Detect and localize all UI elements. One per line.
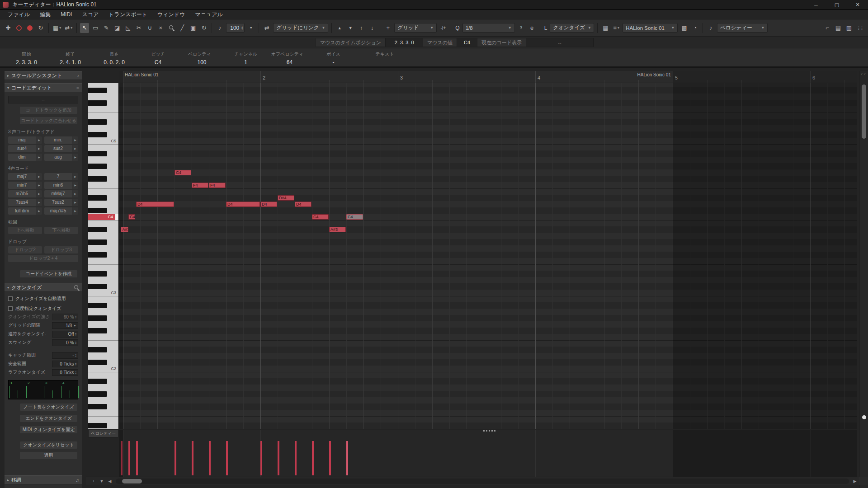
midi-note[interactable]: C4 [128, 214, 135, 220]
hscroll-track[interactable] [116, 479, 849, 484]
chord-button-maj7[interactable]: maj7 [8, 173, 36, 180]
piano-key-black[interactable] [88, 284, 107, 289]
zoom-preset-buttons[interactable]: ⌐⌐ [859, 71, 868, 76]
midi-note[interactable]: D#4 [278, 195, 294, 201]
param-value[interactable]: 0 Ticks▴▾ [52, 361, 78, 367]
add-controller-lane-button[interactable]: + [90, 478, 98, 484]
quantize-apply-button[interactable]: 適用 [20, 452, 77, 459]
pin-tool-button[interactable]: ✚ [4, 23, 13, 33]
chord-button-aug[interactable]: aug [44, 154, 72, 161]
menu-item-3[interactable]: スコア [77, 10, 104, 19]
note-info-col-0[interactable]: 開始2. 3. 3. 0 [5, 48, 48, 66]
menu-item-0[interactable]: ファイル [3, 10, 35, 19]
note-grid[interactable]: A#3C4D4G4F4F4D4D4D#4D4C4A#3C4 [119, 83, 857, 429]
scroll-right-button[interactable]: ▶ [851, 478, 859, 484]
param-value[interactable]: 1/8▼ [52, 322, 78, 329]
timeline-ruler[interactable]: 23456HALion Sonic 01HALion Sonic 01 [119, 71, 857, 83]
dotted-button[interactable]: e [528, 23, 537, 33]
nudge-down-button[interactable]: ▼ [346, 23, 355, 33]
velocity-bar[interactable] [226, 441, 228, 475]
independent-loop-button[interactable]: ↻ [199, 23, 208, 33]
chord-arrow-button[interactable]: ▶ [72, 207, 78, 215]
section-transpose[interactable]: ▸ 移調 ♫ [5, 475, 82, 484]
chord-arrow-button[interactable]: ▶ [36, 136, 42, 144]
param-value[interactable]: 0 %▴▾ [52, 339, 78, 346]
maximize-button[interactable]: ▢ [826, 0, 847, 9]
midi-note[interactable]: F4 [192, 183, 208, 188]
chord-button-7[interactable]: 7 [44, 173, 72, 180]
mute-tool[interactable]: × [156, 23, 165, 33]
midi-note[interactable]: D4 [260, 202, 277, 207]
chord-button-mMaj7[interactable]: mMaj7 [44, 190, 72, 197]
inversion-button[interactable]: 上へ移動 [8, 227, 42, 234]
time-warp-button[interactable]: ▣ [189, 23, 198, 33]
chord-button-min7[interactable]: min7 [8, 182, 36, 189]
chord-button-full dim[interactable]: full dim [8, 207, 36, 215]
draw-tool[interactable]: ✎ [102, 23, 111, 33]
layout-setup-button[interactable]: ▥ [844, 23, 854, 33]
velocity-bar[interactable] [128, 441, 130, 475]
auto-select-controllers-button[interactable]: ▦▾ [52, 23, 62, 33]
velocity-bar[interactable] [192, 441, 193, 475]
erase-tool[interactable]: ◪ [113, 23, 122, 33]
chord-button-m7/b5[interactable]: m7/b5 [8, 190, 36, 197]
inversion-button[interactable]: 下へ移動 [44, 227, 78, 234]
nudge-up-button[interactable]: ▲ [335, 23, 344, 33]
piano-keyboard[interactable]: C2C3C4C5 [88, 83, 119, 429]
piano-key-black[interactable] [88, 227, 107, 232]
checkbox[interactable] [8, 306, 13, 311]
midi-note[interactable]: A#3 [329, 227, 346, 232]
line-tool[interactable]: ╱ [178, 23, 187, 33]
stepper-icon[interactable]: ▴▾ [241, 26, 243, 30]
section-quantize[interactable]: ▾ クオンタイズ [5, 283, 82, 292]
open-in-window-button[interactable]: ⌐ [823, 23, 832, 33]
relative-grid-button[interactable]: -|+ [439, 23, 448, 33]
link-grid-icon[interactable]: ⇄ [262, 23, 271, 33]
chord-arrow-button[interactable]: ▶ [72, 145, 78, 152]
part-editing-mode-button[interactable]: ⇄▾ [64, 23, 73, 33]
menu-item-2[interactable]: MIDI [56, 10, 77, 19]
stepper-icon[interactable]: ▴▾ [75, 315, 76, 319]
range-selection-tool[interactable]: ▭ [91, 23, 100, 33]
edited-part-dropdown[interactable]: HALion Sonic 01▼ [623, 23, 678, 33]
length-quantize-dropdown[interactable]: クオンタイズ▼ [550, 23, 594, 33]
quantize-option-button[interactable]: ノート長をクオンタイズ [20, 404, 77, 411]
velocity-bar[interactable] [278, 441, 279, 475]
velocity-bar[interactable] [346, 441, 348, 475]
loop-button[interactable]: ↻ [36, 23, 45, 33]
piano-key-black[interactable] [88, 379, 107, 384]
piano-key-black[interactable] [88, 164, 107, 169]
grid-type-dropdown[interactable]: グリッド▼ [394, 23, 437, 33]
piano-key-black[interactable] [88, 151, 107, 156]
param-value[interactable]: -▴▾ [52, 352, 78, 359]
event-colors-dropdown[interactable]: ベロシティー▼ [717, 23, 768, 33]
midi-note[interactable]: C4 [312, 214, 329, 220]
chord-button-7sus4[interactable]: 7sus4 [8, 199, 36, 206]
velocity-lane-label[interactable]: ベロシティー [88, 430, 118, 437]
piano-key-black[interactable] [88, 239, 107, 245]
chord-arrow-button[interactable]: ▶ [36, 199, 42, 206]
lane-setup-button[interactable]: ≡▾ [612, 23, 621, 33]
param-value[interactable]: 60 %▴▾ [52, 314, 78, 320]
chord-arrow-button[interactable]: ▶ [36, 182, 42, 189]
insert-velocity-menu-button[interactable]: ▾ [246, 23, 255, 33]
note-info-col-8[interactable]: テキスト [355, 48, 414, 66]
close-button[interactable]: ✕ [847, 0, 868, 9]
note-info-col-6[interactable]: オフベロシティー64 [268, 48, 311, 66]
drop-2-4-button[interactable]: ドロップ2 + 4 [8, 255, 78, 262]
quantize-reset-button[interactable]: クオンタイズをリセット [20, 441, 77, 449]
layout-left-zone-button[interactable]: ▤ [834, 23, 843, 33]
piano-key-black[interactable] [88, 423, 107, 428]
chord-arrow-button[interactable]: ▶ [72, 136, 78, 144]
piano-key-black[interactable] [88, 176, 107, 182]
chord-arrow-button[interactable]: ▶ [36, 173, 42, 180]
menu-item-6[interactable]: マニュアル [190, 10, 227, 19]
chord-arrow-button[interactable]: ▶ [72, 190, 78, 197]
grid-link-dropdown[interactable]: グリッドにリンク▼ [273, 23, 328, 33]
chord-arrow-button[interactable]: ▶ [72, 154, 78, 161]
vscroll-thumb[interactable] [862, 84, 866, 139]
chord-arrow-button[interactable]: ▶ [72, 173, 78, 180]
snap-button[interactable]: + [383, 23, 392, 33]
note-info-col-4[interactable]: ベロシティー100 [180, 48, 224, 66]
vertical-zoom-handle[interactable] [862, 415, 866, 419]
